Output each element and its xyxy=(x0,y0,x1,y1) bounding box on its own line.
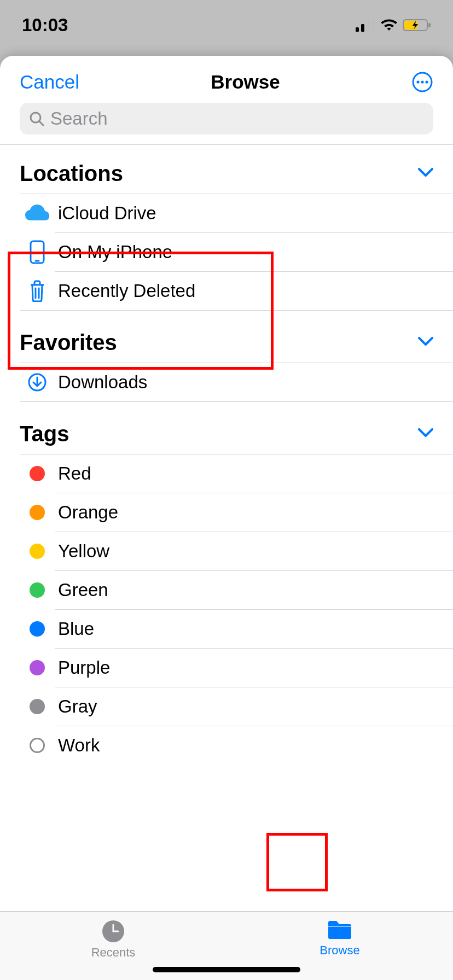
tag-dot-icon xyxy=(20,466,55,481)
location-label: On My iPhone xyxy=(55,242,172,262)
tag-label: Orange xyxy=(55,502,118,523)
locations-header[interactable]: Locations xyxy=(0,145,453,194)
tag-label: Gray xyxy=(55,696,97,717)
tags-header[interactable]: Tags xyxy=(0,402,453,454)
cancel-button[interactable]: Cancel xyxy=(20,71,79,93)
browse-sheet: Cancel Browse xyxy=(0,56,453,980)
tag-purple[interactable]: Purple xyxy=(0,649,453,687)
tag-dot-icon xyxy=(20,699,55,714)
tag-red[interactable]: Red xyxy=(0,454,453,493)
tag-dot-icon xyxy=(20,660,55,675)
svg-rect-3 xyxy=(372,19,375,32)
wifi-icon xyxy=(380,19,398,32)
tag-label: Work xyxy=(55,735,100,756)
chevron-down-icon xyxy=(418,168,433,180)
svg-rect-5 xyxy=(428,23,431,27)
svg-rect-2 xyxy=(367,21,370,32)
tag-label: Purple xyxy=(55,657,110,678)
home-indicator[interactable] xyxy=(153,967,300,972)
cellular-icon xyxy=(356,19,375,32)
tag-label: Yellow xyxy=(55,541,109,562)
trash-icon xyxy=(20,280,55,302)
tag-yellow[interactable]: Yellow xyxy=(0,532,453,570)
tag-dot-icon xyxy=(20,621,55,637)
search-input[interactable] xyxy=(50,108,425,129)
locations-title: Locations xyxy=(20,161,123,186)
chevron-down-icon xyxy=(418,428,433,440)
clock-icon xyxy=(101,919,125,943)
tab-label: Recents xyxy=(91,946,136,960)
tag-label: Blue xyxy=(55,619,94,639)
tag-dot-icon xyxy=(20,582,55,598)
svg-point-9 xyxy=(421,80,423,83)
svg-rect-1 xyxy=(361,24,364,32)
chevron-down-icon xyxy=(418,337,433,349)
status-time: 10:03 xyxy=(22,15,68,36)
page-title: Browse xyxy=(211,71,280,93)
nav-bar: Cancel Browse xyxy=(0,56,453,103)
download-circle-icon xyxy=(20,372,55,392)
tag-ring-icon xyxy=(20,738,55,753)
favorite-label: Downloads xyxy=(55,372,147,393)
tag-label: Green xyxy=(55,580,108,600)
tab-label: Browse xyxy=(320,943,359,958)
tag-dot-icon xyxy=(20,505,55,520)
status-bar: 10:03 xyxy=(0,0,453,50)
tag-label: Red xyxy=(55,463,91,484)
more-button[interactable] xyxy=(411,71,433,93)
location-on-my-iphone[interactable]: On My iPhone xyxy=(0,233,453,271)
svg-rect-0 xyxy=(356,27,359,32)
tag-gray[interactable]: Gray xyxy=(0,687,453,726)
favorite-downloads[interactable]: Downloads xyxy=(0,363,453,401)
tag-orange[interactable]: Orange xyxy=(0,493,453,532)
svg-rect-13 xyxy=(31,241,44,263)
search-field[interactable] xyxy=(20,103,433,135)
svg-point-10 xyxy=(425,80,428,83)
favorites-title: Favorites xyxy=(20,330,117,355)
location-recently-deleted[interactable]: Recently Deleted xyxy=(0,272,453,310)
tag-work[interactable]: Work xyxy=(0,726,453,765)
svg-point-8 xyxy=(416,80,419,83)
ellipsis-circle-icon xyxy=(411,71,433,93)
location-label: iCloud Drive xyxy=(55,203,156,224)
icloud-icon xyxy=(20,204,55,223)
location-label: Recently Deleted xyxy=(55,281,195,301)
status-indicators xyxy=(356,19,431,32)
battery-icon xyxy=(403,19,431,32)
favorites-header[interactable]: Favorites xyxy=(0,311,453,363)
tag-green[interactable]: Green xyxy=(0,571,453,609)
search-icon xyxy=(28,110,45,127)
folder-icon xyxy=(326,919,353,941)
location-icloud-drive[interactable]: iCloud Drive xyxy=(0,194,453,232)
iphone-icon xyxy=(20,240,55,264)
tags-title: Tags xyxy=(20,422,69,446)
tag-blue[interactable]: Blue xyxy=(0,610,453,648)
svg-line-12 xyxy=(39,121,43,125)
tag-dot-icon xyxy=(20,544,55,559)
svg-rect-22 xyxy=(328,926,351,927)
